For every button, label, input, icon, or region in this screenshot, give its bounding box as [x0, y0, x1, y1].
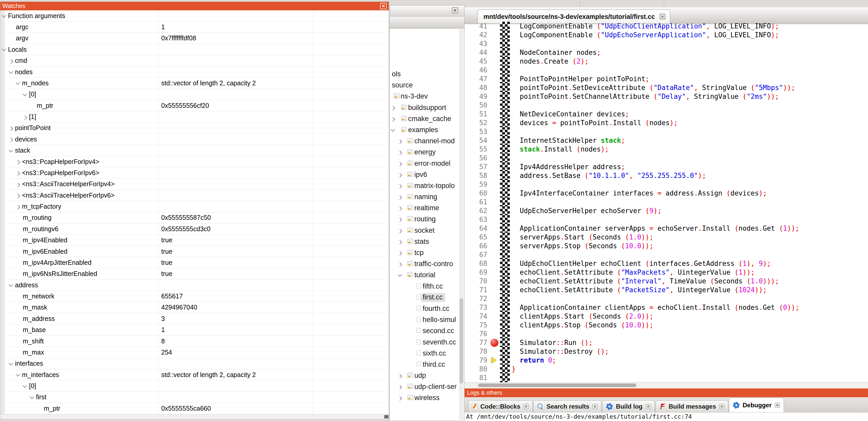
- tree-item[interactable]: tutorial: [390, 270, 459, 281]
- line-number[interactable]: 46: [465, 66, 487, 74]
- tree-item[interactable]: third.cc: [390, 359, 459, 370]
- code-line[interactable]: 80}: [465, 365, 868, 374]
- watch-row[interactable]: <ns3::PcapHelperForIpv6>: [0, 167, 389, 179]
- line-number[interactable]: 65: [465, 233, 487, 241]
- tree-item[interactable]: buildsupport: [390, 102, 459, 114]
- breakpoint-margin[interactable]: [500, 277, 510, 286]
- code-line[interactable]: 59: [465, 180, 868, 189]
- collapse-icon[interactable]: [30, 395, 34, 399]
- close-icon[interactable]: ×: [380, 3, 386, 9]
- line-number[interactable]: 62: [465, 206, 487, 215]
- breakpoint-margin[interactable]: [500, 39, 510, 48]
- tree-item[interactable]: error-model: [390, 158, 459, 169]
- line-number[interactable]: 42: [465, 31, 487, 39]
- breakpoint-margin[interactable]: [500, 215, 510, 224]
- watch-row[interactable]: address: [0, 280, 389, 291]
- breakpoint-margin[interactable]: [500, 347, 510, 356]
- watch-row[interactable]: m_interfacesstd::vector of length 2, cap…: [0, 369, 389, 380]
- breakpoint-margin[interactable]: [500, 22, 510, 31]
- code-line[interactable]: 64 ApplicationContainer serverApps = ech…: [465, 224, 868, 233]
- tree-scrollbar[interactable]: [459, 29, 464, 420]
- breakpoint-margin[interactable]: [500, 74, 510, 83]
- expand-icon[interactable]: [398, 184, 402, 189]
- breakpoint-margin[interactable]: [500, 162, 510, 171]
- watches-hscrollbar[interactable]: [0, 414, 389, 419]
- breakpoint-margin[interactable]: [500, 286, 510, 294]
- breakpoint-margin[interactable]: [500, 145, 510, 154]
- collapse-icon[interactable]: [16, 81, 20, 85]
- line-number[interactable]: 48: [465, 83, 487, 92]
- breakpoint-margin[interactable]: [500, 83, 510, 92]
- line-number[interactable]: 80: [465, 365, 487, 374]
- expand-icon[interactable]: [16, 171, 20, 176]
- collapse-icon[interactable]: [391, 127, 395, 132]
- code-line[interactable]: 69 echoClient.SetAttribute ("MaxPackets"…: [465, 268, 868, 277]
- code-line[interactable]: 49 pointToPoint.SetChannelAttribute ("De…: [465, 92, 868, 101]
- collapse-icon[interactable]: [2, 47, 6, 51]
- expand-icon[interactable]: [398, 374, 402, 378]
- line-number[interactable]: 77: [465, 338, 487, 347]
- line-number[interactable]: 67: [465, 250, 487, 259]
- expand-icon[interactable]: [398, 262, 402, 267]
- tree-item[interactable]: second.cc: [390, 326, 459, 337]
- collapse-icon[interactable]: [9, 69, 13, 74]
- watch-row[interactable]: m_mask4294967040: [0, 302, 389, 313]
- watch-row[interactable]: m_nodesstd::vector of length 2, capacity…: [0, 77, 389, 89]
- watch-row[interactable]: [0]: [0, 89, 389, 100]
- breakpoint-margin[interactable]: [500, 250, 510, 259]
- line-number[interactable]: 49: [465, 92, 487, 101]
- watch-row[interactable]: m_shift8: [0, 336, 389, 347]
- code-line[interactable]: 77 Simulator::Run ();: [465, 338, 868, 347]
- breakpoint-margin[interactable]: [500, 329, 510, 338]
- breakpoint-margin[interactable]: [500, 198, 510, 206]
- watch-row[interactable]: pointToPoint: [0, 123, 389, 134]
- line-number[interactable]: 51: [465, 110, 487, 119]
- expand-icon[interactable]: [398, 240, 402, 245]
- code-line[interactable]: 45 nodes.Create (2);: [465, 57, 868, 66]
- code-line[interactable]: 41 LogComponentEnable ("UdpEchoClientApp…: [465, 22, 868, 31]
- editor-hscrollbar-thumb[interactable]: [478, 384, 637, 387]
- breakpoint-margin[interactable]: [500, 303, 510, 312]
- tree-item[interactable]: first.cc: [390, 292, 459, 303]
- tree-item[interactable]: tcp: [390, 248, 459, 259]
- watch-row[interactable]: [1]: [0, 111, 389, 122]
- breakpoint-margin[interactable]: [500, 48, 510, 57]
- line-number[interactable]: 45: [465, 57, 487, 66]
- breakpoint-margin[interactable]: [500, 189, 510, 198]
- breakpoint-margin[interactable]: [500, 92, 510, 101]
- tree-item[interactable]: ns-3-dev: [390, 91, 459, 102]
- expand-icon[interactable]: [391, 106, 395, 110]
- line-number[interactable]: 53: [465, 127, 487, 136]
- watch-row[interactable]: <ns3::PcapHelperForIpv4>: [0, 156, 389, 167]
- expand-icon[interactable]: [398, 229, 402, 233]
- watch-row[interactable]: [0]: [0, 380, 389, 391]
- watch-row[interactable]: argv0x7fffffffdf08: [0, 33, 389, 44]
- expand-icon[interactable]: [16, 160, 20, 164]
- line-number[interactable]: 71: [465, 286, 487, 294]
- breakpoint-margin[interactable]: [500, 224, 510, 233]
- expand-icon[interactable]: [398, 385, 402, 390]
- line-number[interactable]: 52: [465, 119, 487, 127]
- breakpoint-margin[interactable]: [500, 66, 510, 74]
- code-lines[interactable]: 41 LogComponentEnable ("UdpEchoClientApp…: [465, 22, 868, 382]
- close-icon[interactable]: ×: [719, 404, 724, 409]
- expand-icon[interactable]: [398, 206, 402, 211]
- line-number[interactable]: 69: [465, 268, 487, 277]
- line-number[interactable]: 78: [465, 347, 487, 356]
- code-line[interactable]: 73 ApplicationContainer clientApps = ech…: [465, 303, 868, 312]
- log-tab-debugger[interactable]: Debugger×: [729, 398, 784, 412]
- line-number[interactable]: 66: [465, 241, 487, 250]
- line-number[interactable]: 64: [465, 224, 487, 233]
- line-number[interactable]: 61: [465, 198, 487, 206]
- code-line[interactable]: 53: [465, 127, 868, 136]
- code-line[interactable]: 44 NodeContainer nodes;: [465, 48, 868, 57]
- expand-icon[interactable]: [9, 138, 13, 142]
- tree-item[interactable]: ols: [390, 69, 459, 80]
- tree-item[interactable]: fifth.cc: [390, 281, 459, 292]
- collapse-icon[interactable]: [9, 361, 13, 365]
- breakpoint-margin[interactable]: [500, 171, 510, 180]
- log-tab-search-results[interactable]: Search results×: [533, 400, 601, 412]
- line-number[interactable]: 75: [465, 321, 487, 329]
- breakpoint-margin[interactable]: [500, 321, 510, 329]
- expand-icon[interactable]: [398, 218, 402, 222]
